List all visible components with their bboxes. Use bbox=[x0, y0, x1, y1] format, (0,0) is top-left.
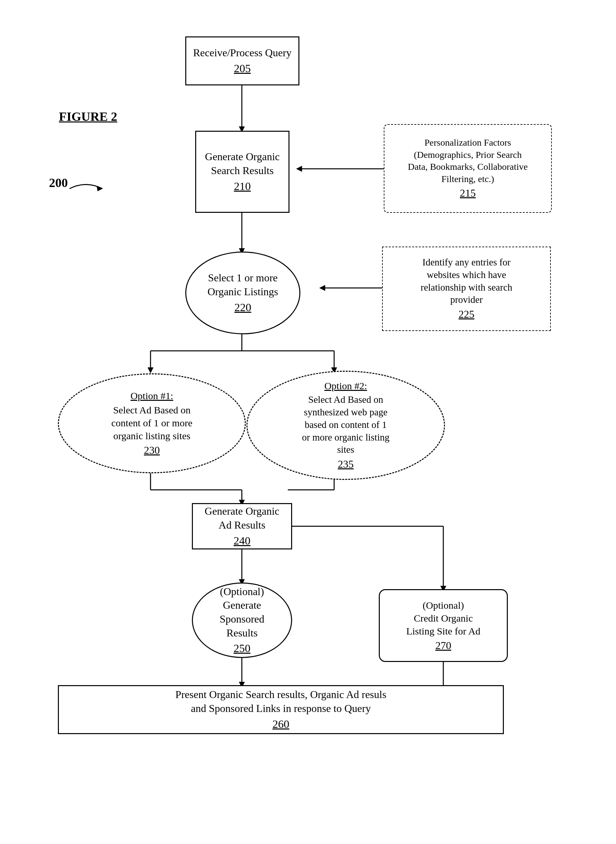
node-205: Receive/Process Query 205 bbox=[185, 37, 299, 85]
node-260: Present Organic Search results, Organic … bbox=[58, 685, 504, 734]
node-225: Identify any entries forwebsites which h… bbox=[382, 247, 551, 331]
node-270: (Optional)Credit OrganicListing Site for… bbox=[379, 589, 508, 662]
diagram-ref: 200 bbox=[49, 175, 68, 190]
node-215: Personalization Factors(Demographics, Pr… bbox=[384, 124, 552, 213]
figure-label: FIGURE 2 bbox=[59, 109, 117, 124]
node-230: Option #1: Select Ad Based oncontent of … bbox=[58, 373, 246, 473]
node-220: Select 1 or moreOrganic Listings 220 bbox=[185, 251, 301, 334]
ref-arrow bbox=[66, 179, 106, 198]
diagram-container: FIGURE 2 200 Receive/Process Query 205 G… bbox=[0, 0, 616, 844]
svg-marker-7 bbox=[319, 285, 325, 291]
svg-marker-3 bbox=[296, 166, 302, 172]
node-240: Generate OrganicAd Results 240 bbox=[192, 503, 292, 549]
node-250: (Optional)GenerateSponsoredResults 250 bbox=[192, 583, 292, 658]
node-235: Option #2: Select Ad Based onsynthesized… bbox=[246, 371, 445, 480]
node-210: Generate OrganicSearch Results 210 bbox=[195, 131, 289, 213]
svg-marker-11 bbox=[148, 367, 154, 373]
